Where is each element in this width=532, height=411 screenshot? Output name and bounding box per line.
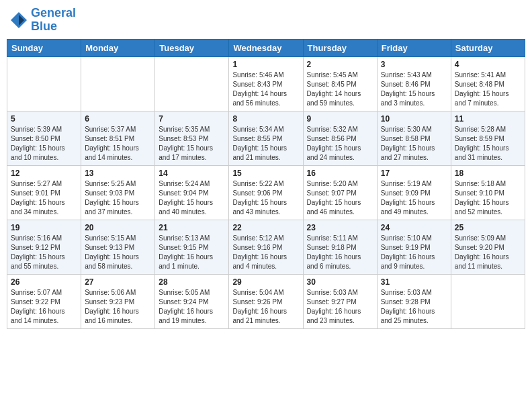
calendar-cell [81, 56, 155, 111]
day-number: 29 [232, 277, 299, 287]
day-info: Sunrise: 5:34 AM Sunset: 8:55 PM Dayligh… [232, 125, 299, 163]
day-info: Sunrise: 5:22 AM Sunset: 9:06 PM Dayligh… [232, 179, 299, 217]
day-info: Sunrise: 5:15 AM Sunset: 9:13 PM Dayligh… [85, 234, 151, 271]
calendar-cell: 6Sunrise: 5:37 AM Sunset: 8:51 PM Daylig… [81, 111, 155, 165]
week-row-5: 26Sunrise: 5:07 AM Sunset: 9:22 PM Dayli… [7, 274, 525, 328]
calendar-cell [451, 274, 525, 328]
day-number: 9 [307, 114, 373, 124]
calendar-cell: 4Sunrise: 5:41 AM Sunset: 8:48 PM Daylig… [451, 56, 525, 111]
day-info: Sunrise: 5:28 AM Sunset: 8:59 PM Dayligh… [455, 125, 521, 163]
calendar-cell: 27Sunrise: 5:06 AM Sunset: 9:23 PM Dayli… [81, 274, 155, 328]
day-number: 14 [159, 169, 225, 178]
day-info: Sunrise: 5:19 AM Sunset: 9:09 PM Dayligh… [381, 179, 447, 217]
day-header-wednesday: Wednesday [229, 39, 303, 56]
calendar-cell: 17Sunrise: 5:19 AM Sunset: 9:09 PM Dayli… [377, 165, 451, 220]
day-number: 3 [381, 60, 447, 69]
week-row-1: 1Sunrise: 5:46 AM Sunset: 8:43 PM Daylig… [7, 56, 525, 111]
day-info: Sunrise: 5:10 AM Sunset: 9:19 PM Dayligh… [381, 234, 447, 271]
calendar-cell: 26Sunrise: 5:07 AM Sunset: 9:22 PM Dayli… [7, 274, 81, 328]
calendar-cell: 29Sunrise: 5:04 AM Sunset: 9:26 PM Dayli… [229, 274, 303, 328]
calendar-cell [155, 56, 229, 111]
day-info: Sunrise: 5:27 AM Sunset: 9:01 PM Dayligh… [11, 179, 77, 217]
calendar-cell: 28Sunrise: 5:05 AM Sunset: 9:24 PM Dayli… [155, 274, 229, 328]
day-info: Sunrise: 5:11 AM Sunset: 9:18 PM Dayligh… [307, 234, 373, 271]
calendar-cell: 2Sunrise: 5:45 AM Sunset: 8:45 PM Daylig… [303, 56, 377, 111]
logo: General Blue [9, 7, 76, 34]
calendar-cell: 8Sunrise: 5:34 AM Sunset: 8:55 PM Daylig… [229, 111, 303, 165]
day-info: Sunrise: 5:03 AM Sunset: 9:28 PM Dayligh… [381, 288, 447, 326]
calendar-cell: 9Sunrise: 5:32 AM Sunset: 8:56 PM Daylig… [303, 111, 377, 165]
page-header: General Blue [7, 7, 525, 34]
week-row-3: 12Sunrise: 5:27 AM Sunset: 9:01 PM Dayli… [7, 165, 525, 220]
day-header-saturday: Saturday [451, 39, 525, 56]
calendar-cell: 25Sunrise: 5:09 AM Sunset: 9:20 PM Dayli… [451, 220, 525, 274]
day-number: 24 [381, 223, 447, 232]
calendar-cell: 18Sunrise: 5:18 AM Sunset: 9:10 PM Dayli… [451, 165, 525, 220]
day-number: 20 [85, 223, 151, 232]
calendar-cell: 15Sunrise: 5:22 AM Sunset: 9:06 PM Dayli… [229, 165, 303, 220]
calendar-cell: 20Sunrise: 5:15 AM Sunset: 9:13 PM Dayli… [81, 220, 155, 274]
calendar-cell: 14Sunrise: 5:24 AM Sunset: 9:04 PM Dayli… [155, 165, 229, 220]
day-number: 13 [85, 169, 151, 178]
day-number: 18 [455, 169, 521, 178]
day-info: Sunrise: 5:04 AM Sunset: 9:26 PM Dayligh… [232, 288, 299, 326]
day-info: Sunrise: 5:16 AM Sunset: 9:12 PM Dayligh… [11, 234, 77, 271]
calendar-cell: 11Sunrise: 5:28 AM Sunset: 8:59 PM Dayli… [451, 111, 525, 165]
calendar-cell: 21Sunrise: 5:13 AM Sunset: 9:15 PM Dayli… [155, 220, 229, 274]
calendar-cell: 23Sunrise: 5:11 AM Sunset: 9:18 PM Dayli… [303, 220, 377, 274]
day-info: Sunrise: 5:39 AM Sunset: 8:50 PM Dayligh… [11, 125, 77, 163]
day-number: 16 [307, 169, 373, 178]
day-info: Sunrise: 5:43 AM Sunset: 8:46 PM Dayligh… [381, 71, 447, 108]
calendar-cell: 7Sunrise: 5:35 AM Sunset: 8:53 PM Daylig… [155, 111, 229, 165]
calendar-cell: 31Sunrise: 5:03 AM Sunset: 9:28 PM Dayli… [377, 274, 451, 328]
day-info: Sunrise: 5:32 AM Sunset: 8:56 PM Dayligh… [307, 125, 373, 163]
day-info: Sunrise: 5:05 AM Sunset: 9:24 PM Dayligh… [159, 288, 225, 326]
day-header-friday: Friday [377, 39, 451, 56]
day-number: 21 [159, 223, 225, 232]
day-number: 22 [232, 223, 299, 232]
day-number: 11 [455, 114, 521, 124]
day-number: 4 [455, 60, 521, 69]
day-header-sunday: Sunday [7, 39, 81, 56]
day-number: 7 [159, 114, 225, 124]
day-info: Sunrise: 5:24 AM Sunset: 9:04 PM Dayligh… [159, 179, 225, 217]
days-header-row: SundayMondayTuesdayWednesdayThursdayFrid… [7, 39, 525, 56]
day-number: 23 [307, 223, 373, 232]
day-header-tuesday: Tuesday [155, 39, 229, 56]
week-row-4: 19Sunrise: 5:16 AM Sunset: 9:12 PM Dayli… [7, 220, 525, 274]
calendar-cell: 5Sunrise: 5:39 AM Sunset: 8:50 PM Daylig… [7, 111, 81, 165]
day-number: 15 [232, 169, 299, 178]
day-info: Sunrise: 5:46 AM Sunset: 8:43 PM Dayligh… [232, 71, 299, 108]
day-info: Sunrise: 5:35 AM Sunset: 8:53 PM Dayligh… [159, 125, 225, 163]
day-number: 27 [85, 277, 151, 287]
day-number: 12 [11, 169, 77, 178]
calendar-cell [7, 56, 81, 111]
logo-icon [9, 11, 28, 30]
calendar-cell: 30Sunrise: 5:03 AM Sunset: 9:27 PM Dayli… [303, 274, 377, 328]
day-info: Sunrise: 5:45 AM Sunset: 8:45 PM Dayligh… [307, 71, 373, 108]
day-number: 1 [232, 60, 299, 69]
day-info: Sunrise: 5:37 AM Sunset: 8:51 PM Dayligh… [85, 125, 151, 163]
day-number: 30 [307, 277, 373, 287]
calendar-table: SundayMondayTuesdayWednesdayThursdayFrid… [7, 39, 525, 329]
day-number: 31 [381, 277, 447, 287]
calendar-cell: 16Sunrise: 5:20 AM Sunset: 9:07 PM Dayli… [303, 165, 377, 220]
calendar-cell: 12Sunrise: 5:27 AM Sunset: 9:01 PM Dayli… [7, 165, 81, 220]
week-row-2: 5Sunrise: 5:39 AM Sunset: 8:50 PM Daylig… [7, 111, 525, 165]
calendar-cell: 10Sunrise: 5:30 AM Sunset: 8:58 PM Dayli… [377, 111, 451, 165]
day-info: Sunrise: 5:41 AM Sunset: 8:48 PM Dayligh… [455, 71, 521, 108]
day-info: Sunrise: 5:06 AM Sunset: 9:23 PM Dayligh… [85, 288, 151, 326]
day-info: Sunrise: 5:25 AM Sunset: 9:03 PM Dayligh… [85, 179, 151, 217]
day-info: Sunrise: 5:12 AM Sunset: 9:16 PM Dayligh… [232, 234, 299, 271]
calendar-cell: 19Sunrise: 5:16 AM Sunset: 9:12 PM Dayli… [7, 220, 81, 274]
day-info: Sunrise: 5:18 AM Sunset: 9:10 PM Dayligh… [455, 179, 521, 217]
calendar-cell: 1Sunrise: 5:46 AM Sunset: 8:43 PM Daylig… [229, 56, 303, 111]
day-info: Sunrise: 5:07 AM Sunset: 9:22 PM Dayligh… [11, 288, 77, 326]
day-number: 10 [381, 114, 447, 124]
day-number: 19 [11, 223, 77, 232]
day-number: 25 [455, 223, 521, 232]
day-info: Sunrise: 5:20 AM Sunset: 9:07 PM Dayligh… [307, 179, 373, 217]
logo-text: General Blue [31, 7, 76, 34]
day-info: Sunrise: 5:09 AM Sunset: 9:20 PM Dayligh… [455, 234, 521, 271]
day-number: 2 [307, 60, 373, 69]
